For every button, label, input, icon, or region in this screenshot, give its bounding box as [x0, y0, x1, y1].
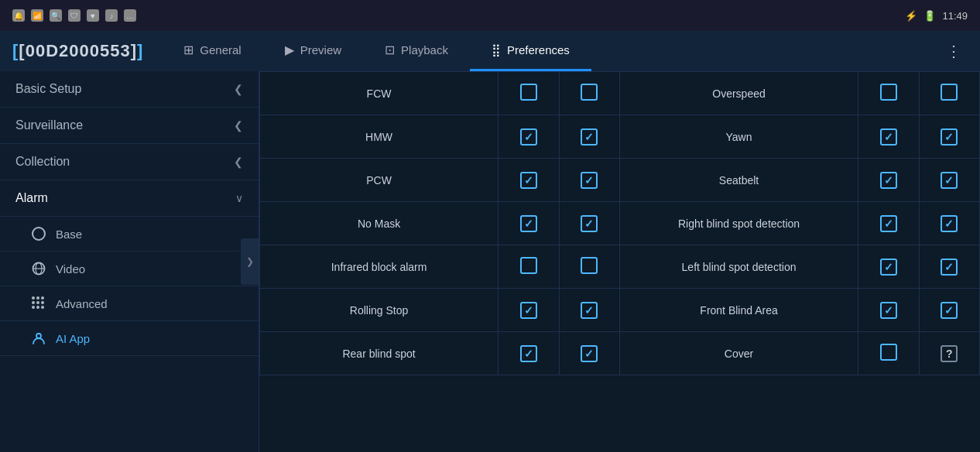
left-label-4: Infrared block alarm [260, 245, 499, 289]
left-label-6: Rear blind spot [260, 332, 499, 375]
right-check1-5[interactable] [858, 289, 919, 332]
right-check2-0[interactable] [919, 72, 979, 115]
right-check2-2[interactable] [919, 159, 979, 202]
tab-general[interactable]: ⊞ General [162, 31, 262, 71]
music-icon: ♪ [105, 9, 118, 22]
sidebar-sub-item-advanced[interactable]: Advanced [0, 286, 259, 321]
checkbox[interactable] [520, 128, 537, 146]
left-check1-0[interactable] [499, 72, 559, 115]
checkbox[interactable] [941, 172, 958, 189]
nav-tabs: ⊞ General ▶ Preview ⊡ Playback ⣿ Prefere… [162, 31, 940, 71]
right-check2-1[interactable] [919, 115, 979, 159]
video-label: Video [56, 262, 85, 276]
right-label-0: Overspeed [619, 72, 858, 115]
tab-preferences-label: Preferences [507, 43, 570, 56]
checkbox[interactable] [941, 259, 958, 276]
device-id: [[00D2000553]] [12, 41, 143, 61]
tab-preview-label: Preview [300, 43, 341, 56]
checkbox[interactable] [941, 84, 958, 101]
battery-icon: 🔋 [923, 10, 936, 22]
checkbox[interactable] [520, 84, 537, 101]
right-check1-2[interactable] [858, 159, 919, 202]
sidebar-item-collection[interactable]: Collection ❮ [0, 144, 259, 180]
checkbox[interactable] [941, 215, 958, 232]
checkbox[interactable] [880, 172, 897, 189]
left-check1-1[interactable] [499, 115, 559, 159]
bracket-right: ] [137, 41, 143, 60]
sidebar-item-alarm[interactable]: Alarm ∨ [0, 180, 259, 217]
left-check2-5[interactable] [559, 289, 619, 332]
right-label-3: Right blind spot detection [619, 202, 858, 245]
advanced-icon [31, 296, 46, 311]
clock: 11:49 [942, 10, 968, 22]
checkbox[interactable] [880, 344, 897, 361]
checkbox[interactable] [581, 257, 598, 274]
checkbox[interactable] [581, 345, 598, 362]
checkbox[interactable] [520, 345, 537, 362]
tab-playback[interactable]: ⊡ Playback [363, 31, 470, 71]
sidebar-item-surveillance[interactable]: Surveillance ❮ [0, 108, 259, 144]
right-check1-6[interactable] [858, 332, 919, 375]
table-row: Rolling Stop Front Blind Area [260, 289, 980, 332]
checkbox[interactable] [520, 257, 537, 274]
right-check1-0[interactable] [858, 72, 919, 115]
left-check1-3[interactable] [499, 202, 559, 245]
table-row: No Mask Right blind spot detection [260, 202, 980, 245]
left-check2-1[interactable] [559, 115, 619, 159]
checkbox-question[interactable] [941, 345, 958, 362]
sidebar-sub-item-video[interactable]: Video [0, 252, 259, 286]
ai-app-label: AI App [56, 332, 90, 345]
right-check2-4[interactable] [919, 245, 979, 289]
chevron-basic-setup: ❮ [234, 83, 243, 95]
checkbox[interactable] [581, 302, 598, 319]
tab-preferences[interactable]: ⣿ Preferences [470, 31, 591, 71]
general-icon: ⊞ [183, 43, 194, 57]
left-check1-6[interactable] [499, 332, 559, 375]
sidebar-item-basic-setup[interactable]: Basic Setup ❮ [0, 71, 259, 108]
left-check1-4[interactable] [499, 245, 559, 289]
left-check2-4[interactable] [559, 245, 619, 289]
left-check1-5[interactable] [499, 289, 559, 332]
checkbox[interactable] [880, 215, 897, 232]
right-label-6: Cover [619, 332, 858, 375]
chevron-collection: ❮ [234, 156, 243, 168]
sidebar-collapse-button[interactable]: ❯ [241, 238, 259, 285]
checkbox[interactable] [941, 302, 958, 319]
checkbox[interactable] [880, 259, 897, 276]
left-check2-0[interactable] [559, 72, 619, 115]
checkbox[interactable] [520, 302, 537, 319]
right-check2-6[interactable] [919, 332, 979, 375]
checkbox[interactable] [581, 172, 598, 189]
checkbox[interactable] [581, 215, 598, 232]
status-bar-right: ⚡ 🔋 11:49 [905, 10, 968, 22]
checkbox[interactable] [520, 172, 537, 189]
tab-preview[interactable]: ▶ Preview [263, 31, 363, 71]
checkbox[interactable] [581, 128, 598, 146]
right-check1-1[interactable] [858, 115, 919, 159]
table-row: HMW Yawn [260, 115, 980, 159]
tab-general-label: General [200, 43, 241, 56]
checkbox[interactable] [520, 215, 537, 232]
checkbox[interactable] [880, 302, 897, 319]
sidebar-sub-item-base[interactable]: Base [0, 217, 259, 252]
checkbox[interactable] [880, 128, 897, 146]
status-bar-left: 🔔 📶 🔍 🛡 ♥ ♪ … [12, 9, 136, 22]
right-check1-3[interactable] [858, 202, 919, 245]
right-check1-4[interactable] [858, 245, 919, 289]
shield-icon: 🛡 [68, 9, 81, 22]
left-check2-2[interactable] [559, 159, 619, 202]
device-id-value: [00D2000553] [19, 41, 137, 60]
left-check1-2[interactable] [499, 159, 559, 202]
table-row: PCW Seatbelt [260, 159, 980, 202]
right-check2-3[interactable] [919, 202, 979, 245]
checkbox[interactable] [941, 128, 958, 146]
sidebar-sub-item-ai-app[interactable]: AI App [0, 321, 259, 356]
left-check2-6[interactable] [559, 332, 619, 375]
left-check2-3[interactable] [559, 202, 619, 245]
title-bar: [[00D2000553]] ⊞ General ▶ Preview ⊡ Pla… [0, 31, 980, 71]
more-button[interactable]: ⋮ [940, 42, 968, 60]
base-icon [31, 226, 46, 241]
checkbox[interactable] [880, 84, 897, 101]
checkbox[interactable] [581, 84, 598, 101]
right-check2-5[interactable] [919, 289, 979, 332]
